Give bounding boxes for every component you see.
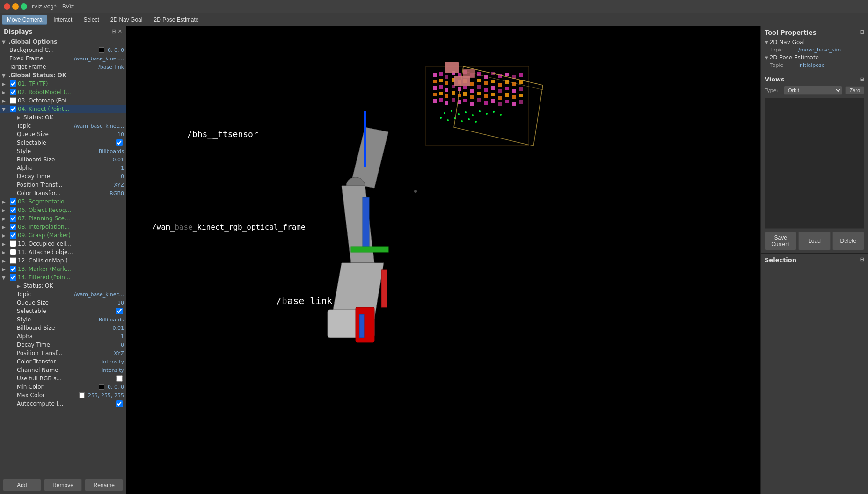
display-09-checkbox[interactable] <box>10 232 16 239</box>
svg-rect-29 <box>477 79 481 82</box>
display-14-item[interactable]: ▼ 14. Filtered (Poin... <box>0 273 126 282</box>
d04-selectable-item[interactable]: Selectable <box>0 138 126 147</box>
tool-properties-title: Tool Properties ⊟ <box>765 29 864 36</box>
d14-autocomp-item[interactable]: Autocompute I... <box>0 400 126 408</box>
display-04-checkbox[interactable] <box>10 106 16 112</box>
remove-button[interactable]: Remove <box>44 479 82 491</box>
move-camera-button[interactable]: Move Camera <box>2 15 47 25</box>
2d-pose-estimate-button[interactable]: 2D Pose Estimate <box>148 15 204 25</box>
tool-props-icon[interactable]: ⊟ <box>860 29 864 36</box>
display-01-item[interactable]: ▶ 01. TF (TF) <box>0 80 126 88</box>
add-button[interactable]: Add <box>3 479 41 491</box>
interact-button[interactable]: Interact <box>48 15 77 25</box>
display-05-checkbox[interactable] <box>10 198 16 205</box>
d14-alpha-item[interactable]: Alpha 1 <box>0 332 126 341</box>
d14-selectable-checkbox[interactable] <box>116 308 123 314</box>
maximize-button[interactable] <box>21 3 27 10</box>
d14-bbsize-item[interactable]: Billboard Size 0.01 <box>0 324 126 332</box>
display-11-checkbox[interactable] <box>10 249 16 255</box>
window-title: rviz.vcg* - RViz <box>32 3 74 10</box>
panel-icon-1[interactable]: ⊟ <box>112 29 116 35</box>
rename-button[interactable]: Rename <box>85 479 123 491</box>
display-06-checkbox[interactable] <box>10 207 16 213</box>
pose-estimate-topic-row[interactable]: Topic initialpose <box>765 62 864 68</box>
svg-rect-72 <box>484 101 488 105</box>
display-08-checkbox[interactable] <box>10 224 16 230</box>
load-button[interactable]: Load <box>798 232 830 250</box>
close-button[interactable] <box>4 3 10 10</box>
svg-marker-94 <box>463 66 543 90</box>
2d-nav-goal-button[interactable]: 2D Nav Goal <box>105 15 148 25</box>
d04-queue-item[interactable]: Queue Size 10 <box>0 130 126 138</box>
d14-maxcolor-swatch <box>79 392 85 398</box>
display-03-checkbox[interactable] <box>10 97 16 104</box>
display-10-item[interactable]: ▶ 10. Occupied cell... <box>0 240 126 248</box>
display-04-item[interactable]: ▼ 04. Kinect (Point... <box>0 105 126 113</box>
display-08-item[interactable]: ▶ 08. Interpolation... <box>0 223 126 231</box>
pose-estimate-header[interactable]: ▼ 2D Pose Estimate <box>765 54 864 61</box>
d14-queue-item[interactable]: Queue Size 10 <box>0 298 126 307</box>
display-12-item[interactable]: ▶ 12. CollisionMap (... <box>0 256 126 265</box>
d14-channame-item[interactable]: Channel Name intensity <box>0 366 126 374</box>
d14-decay-item[interactable]: Decay Time 0 <box>0 341 126 349</box>
fixed-frame-item[interactable]: Fixed Frame /wam_base_kinec... <box>0 54 126 63</box>
target-frame-item[interactable]: Target Frame /base_link <box>0 63 126 71</box>
d14-topic-item[interactable]: Topic /wam_base_kinec... <box>0 290 126 298</box>
nav-goal-topic-row[interactable]: Topic /move_base_sim... <box>765 47 864 53</box>
display-03-item[interactable]: ▶ 03. Octomap (Poi... <box>0 96 126 105</box>
display-02-checkbox[interactable] <box>10 89 16 95</box>
display-10-checkbox[interactable] <box>10 240 16 247</box>
d14-mincolor-val: 0, 0, 0 <box>108 384 124 390</box>
svg-point-87 <box>440 117 442 119</box>
d04-decay-item[interactable]: Decay Time 0 <box>0 172 126 181</box>
display-07-item[interactable]: ▶ 07. Planning Sce... <box>0 214 126 223</box>
d14-fullrgb-item[interactable]: Use full RGB s... <box>0 374 126 383</box>
display-05-item[interactable]: ▶ 05. Segmentatio... <box>0 197 126 206</box>
selection-icon[interactable]: ⊟ <box>860 256 864 263</box>
d04-selectable-key: Selectable <box>17 139 115 146</box>
display-12-arrow: ▶ <box>2 258 8 263</box>
global-options-item[interactable]: ▼ .Global Options <box>0 37 126 46</box>
minimize-button[interactable] <box>12 3 19 10</box>
save-current-button[interactable]: Save Current <box>765 232 796 250</box>
global-status-item[interactable]: ▼ .Global Status: OK <box>0 71 126 80</box>
d14-coltransf-item[interactable]: Color Transfor... Intensity <box>0 357 126 366</box>
display-13-checkbox[interactable] <box>10 266 16 272</box>
svg-rect-5 <box>359 314 364 338</box>
d14-postransf-item[interactable]: Position Transf... XYZ <box>0 349 126 357</box>
d04-bbsize-item[interactable]: Billboard Size 0.01 <box>0 155 126 164</box>
d04-topic-item[interactable]: Topic /wam_base_kinec... <box>0 122 126 130</box>
d14-selectable-item[interactable]: Selectable <box>0 307 126 315</box>
display-01-checkbox[interactable] <box>10 80 16 87</box>
bg-color-item[interactable]: Background C... 0, 0, 0 <box>0 46 126 54</box>
d04-postransf-item[interactable]: Position Transf... XYZ <box>0 181 126 189</box>
display-07-checkbox[interactable] <box>10 215 16 222</box>
d04-selectable-checkbox[interactable] <box>116 139 123 146</box>
d14-fullrgb-checkbox[interactable] <box>116 375 123 382</box>
d04-coltransf-item[interactable]: Color Transfor... RGB8 <box>0 189 126 197</box>
d04-alpha-item[interactable]: Alpha 1 <box>0 164 126 172</box>
display-06-item[interactable]: ▶ 06. Object Recog... <box>0 206 126 214</box>
display-02-item[interactable]: ▶ 02. RobotModel (... <box>0 88 126 96</box>
d04-style-item[interactable]: Style Billboards <box>0 147 126 155</box>
window-controls[interactable] <box>4 3 27 10</box>
d14-autocomp-checkbox[interactable] <box>116 400 123 407</box>
delete-button[interactable]: Delete <box>832 232 864 250</box>
select-button[interactable]: Select <box>78 15 104 25</box>
display-12-checkbox[interactable] <box>10 257 16 264</box>
display-02-label: 02. RobotModel (... <box>18 89 124 95</box>
display-11-item[interactable]: ▶ 11. Attached obje... <box>0 248 126 256</box>
d14-mincolor-item[interactable]: Min Color 0, 0, 0 <box>0 383 126 391</box>
d14-maxcolor-item[interactable]: Max Color 255, 255, 255 <box>0 391 126 400</box>
display-13-item[interactable]: ▶ 13. Marker (Mark... <box>0 265 126 273</box>
display-09-item[interactable]: ▶ 09. Grasp (Marker) <box>0 231 126 240</box>
views-icon[interactable]: ⊟ <box>860 76 864 82</box>
tree-container[interactable]: ▼ .Global Options Background C... 0, 0, … <box>0 37 126 476</box>
panel-icon-2[interactable]: ✕ <box>118 29 122 35</box>
views-zero-button[interactable]: Zero <box>845 86 864 94</box>
viewport[interactable]: /bhs__ftsensor /wam_base_kinect_rgb_opti… <box>126 26 760 494</box>
display-14-checkbox[interactable] <box>10 274 16 281</box>
d14-style-item[interactable]: Style Billboards <box>0 315 126 324</box>
views-type-select[interactable]: Orbit FPS TopDown XYOrbit <box>784 86 842 95</box>
nav-goal-header[interactable]: ▼ 2D Nav Goal <box>765 39 864 45</box>
